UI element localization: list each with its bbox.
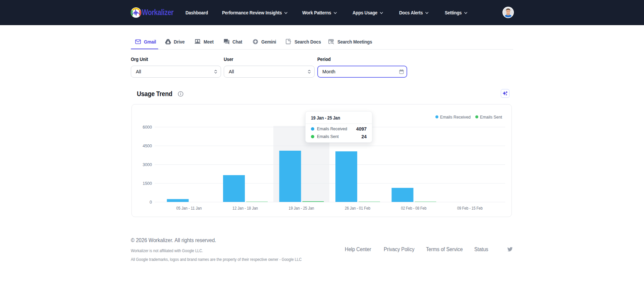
svg-text:Emails Sent: Emails Sent	[480, 115, 502, 120]
svg-text:6000: 6000	[143, 125, 152, 130]
svg-text:1500: 1500	[143, 181, 152, 186]
svg-text:05 Jan - 11 Jan: 05 Jan - 11 Jan	[176, 206, 202, 211]
svg-text:Emails Received: Emails Received	[440, 115, 471, 120]
svg-text:4500: 4500	[143, 144, 152, 148]
svg-text:26 Jan - 01 Feb: 26 Jan - 01 Feb	[345, 206, 370, 211]
svg-text:02 Feb - 08 Feb: 02 Feb - 08 Feb	[401, 206, 427, 211]
svg-text:3000: 3000	[143, 162, 152, 167]
svg-text:19 Jan - 25 Jan: 19 Jan - 25 Jan	[289, 206, 314, 211]
svg-text:09 Feb - 15 Feb: 09 Feb - 15 Feb	[457, 206, 483, 211]
svg-text:12 Jan - 18 Jan: 12 Jan - 18 Jan	[232, 206, 258, 211]
svg-text:0: 0	[150, 200, 152, 205]
